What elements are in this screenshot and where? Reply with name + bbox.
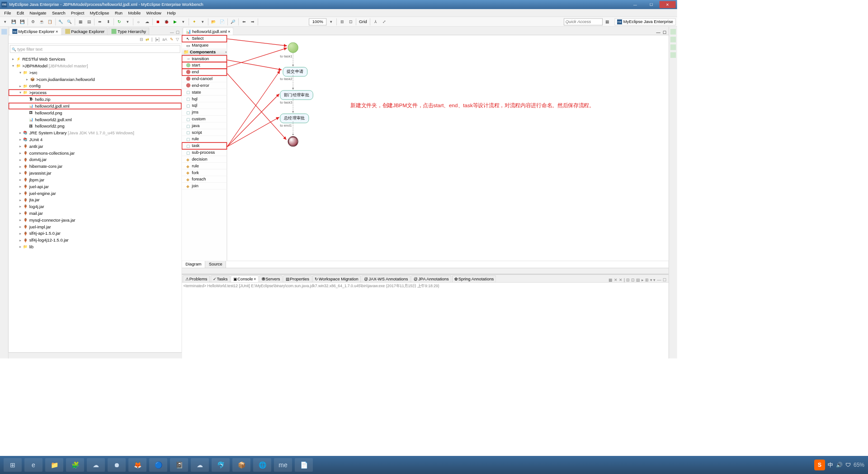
console-tool-icon[interactable]: ▤: [636, 277, 640, 282]
maximize-view-icon[interactable]: ☐: [176, 30, 179, 35]
tool-icon[interactable]: ▾: [199, 18, 207, 25]
tree-item-jar[interactable]: ▸javassist.jar: [9, 170, 182, 176]
menu-file[interactable]: File: [1, 9, 14, 16]
console-tool-icon[interactable]: ⊟: [626, 277, 630, 282]
tree-item-config[interactable]: ▸config: [9, 83, 182, 90]
tree-item-package[interactable]: ▸> com.jiudianlianxian.helloworld: [9, 76, 182, 83]
console-tool-icon[interactable]: ▾: [650, 277, 652, 282]
sogou-ime-icon[interactable]: S: [814, 460, 825, 470]
task-app-icon[interactable]: 🦊: [128, 458, 146, 472]
maximize-view-icon[interactable]: ☐: [663, 277, 667, 282]
tool-icon[interactable]: ▾: [124, 18, 132, 25]
collapse-icon[interactable]: ⊟: [140, 37, 143, 42]
menu-edit[interactable]: Edit: [14, 9, 27, 16]
tray-icon[interactable]: 🔊: [836, 462, 843, 468]
palette-components-header[interactable]: 📁 Components◦: [182, 49, 226, 56]
tree-item-lib[interactable]: ▸lib: [9, 243, 182, 250]
tree-item-process[interactable]: ▾> process: [9, 89, 182, 96]
focus-icon[interactable]: [▸]: [156, 37, 160, 42]
tab-properties[interactable]: ▤ Properties: [283, 275, 311, 282]
console-tool-icon[interactable]: ▦: [609, 277, 613, 282]
close-button[interactable]: ✕: [660, 1, 676, 8]
tool-icon[interactable]: 📄: [218, 18, 226, 25]
task-app-icon[interactable]: me: [274, 458, 292, 472]
palette-rule2[interactable]: rule: [182, 163, 226, 170]
system-tray[interactable]: S 中 🔊 🛡 65%: [814, 460, 864, 470]
tool-icon[interactable]: ✎: [170, 37, 173, 42]
filter-input[interactable]: type filter text: [10, 45, 180, 53]
tool-icon[interactable]: ▾: [179, 18, 187, 25]
console-tool-icon[interactable]: ⊞: [645, 277, 649, 282]
tree-item-restful[interactable]: ▸⚡RESTful Web Services: [9, 56, 182, 62]
console-body[interactable]: <terminated> HelloWorld.test12 [JUnit] E…: [182, 283, 668, 359]
tree-item-jar[interactable]: ▸juel-engine.jar: [9, 190, 182, 197]
palette-hql[interactable]: hql: [182, 95, 226, 102]
tab-jaxws[interactable]: @ JAX-WS Annotations: [362, 275, 410, 282]
zoom-dropdown-icon[interactable]: ▾: [327, 18, 335, 25]
task-app-icon[interactable]: 📦: [232, 458, 250, 472]
palette-decision[interactable]: decision: [182, 156, 226, 163]
console-tool-icon[interactable]: ▾: [653, 277, 656, 282]
palette-script[interactable]: script: [182, 129, 226, 136]
tool-icon[interactable]: ☕: [38, 18, 45, 25]
tray-icon[interactable]: 🛡: [845, 462, 851, 468]
tree-item-src[interactable]: ▾> src: [9, 69, 182, 76]
task-app-icon[interactable]: 🐬: [212, 458, 230, 472]
tree-item-jar[interactable]: ▸mysql-connector-java.jar: [9, 217, 182, 223]
debug-icon[interactable]: 🐞: [163, 18, 170, 25]
tool-icon[interactable]: 📂: [210, 18, 217, 25]
tab-tasks[interactable]: ✓ Tasks: [210, 275, 230, 282]
tool-icon[interactable]: ▤: [85, 18, 93, 25]
maximize-button[interactable]: ☐: [643, 1, 660, 8]
tree-item-jar[interactable]: ▸juel-impl.jar: [9, 223, 182, 230]
windows-taskbar[interactable]: ⊞ e 📁 🧩 ☁ ⏺ 🦊 🔵 📓 ☁ 🐬 📦 🌐 me 📄 S 中 🔊 🛡 6…: [0, 456, 868, 474]
tab-problems[interactable]: ⚠ Problems: [183, 275, 210, 282]
view-menu-icon[interactable]: ▽: [176, 37, 179, 42]
task-node-2[interactable]: 部门经理审批: [280, 90, 313, 100]
tool-icon[interactable]: 🔧: [57, 18, 65, 25]
menu-project[interactable]: Project: [68, 9, 87, 16]
tree-item-jar[interactable]: ▸dom4j.jar: [9, 156, 182, 163]
palette-end[interactable]: end: [182, 69, 226, 76]
tab-workspace-migration[interactable]: ↻ Workspace Migration: [312, 275, 361, 282]
minimize-view-icon[interactable]: —: [170, 30, 174, 35]
start-button[interactable]: ⊞: [4, 458, 22, 472]
palette-select[interactable]: Select: [182, 35, 226, 42]
perspective-button[interactable]: me MyEclipse Java Enterprise: [614, 18, 675, 25]
close-icon[interactable]: ×: [56, 29, 58, 34]
project-tree[interactable]: ▸⚡RESTful Web Services ▾> JBPMModel [JBP…: [9, 54, 182, 352]
tool-icon[interactable]: ▦: [76, 18, 84, 25]
palette-end-cancel[interactable]: end-cancel: [182, 76, 226, 82]
task-app-icon[interactable]: 🌐: [253, 458, 271, 472]
quick-access-input[interactable]: [564, 18, 603, 25]
task-explorer-icon[interactable]: 📁: [45, 458, 63, 472]
diagram-canvas[interactable]: to task1 提交申请 to task2 部门经理审批 to task3 总…: [227, 35, 669, 261]
console-tool-icon[interactable]: ▸: [642, 277, 644, 282]
minimize-view-icon[interactable]: —: [657, 277, 661, 282]
minimize-view-icon[interactable]: —: [656, 30, 660, 35]
tool-icon[interactable]: ☼: [135, 18, 142, 25]
task-node-3[interactable]: 总经理审批: [280, 114, 309, 123]
palette-marquee[interactable]: Marquee: [182, 42, 226, 49]
palette-join[interactable]: join: [182, 183, 226, 190]
task-app-icon[interactable]: 🧩: [66, 458, 84, 472]
tree-item-helloworld2-jpdl[interactable]: 📊helloworld2.jpdl.xml: [9, 116, 182, 123]
tree-item-jar[interactable]: ▸juel-api.jar: [9, 183, 182, 190]
editor-h-scrollbar[interactable]: [182, 268, 668, 274]
console-tool-icon[interactable]: ⊡: [631, 277, 635, 282]
palette-subprocess[interactable]: sub-process: [182, 149, 226, 156]
palette-sql[interactable]: sql: [182, 102, 226, 109]
save-button[interactable]: 💾: [10, 18, 18, 25]
menu-help[interactable]: Help: [164, 9, 179, 16]
tool-icon[interactable]: ⚙: [29, 18, 37, 25]
tool-icon[interactable]: 🔍: [66, 18, 73, 25]
tool-icon[interactable]: ⬌: [96, 18, 104, 25]
tab-myeclipse-explorer[interactable]: meMyEclipse Explorer×: [9, 28, 61, 35]
reload-icon[interactable]: ↻: [115, 18, 123, 25]
palette-java[interactable]: java: [182, 123, 226, 129]
palette-fork[interactable]: fork: [182, 169, 226, 176]
palette-state[interactable]: state: [182, 89, 226, 96]
palette-task[interactable]: task: [182, 142, 226, 149]
tab-console[interactable]: ▣ Console ×: [231, 275, 258, 282]
link-icon[interactable]: ⇄: [146, 37, 149, 42]
